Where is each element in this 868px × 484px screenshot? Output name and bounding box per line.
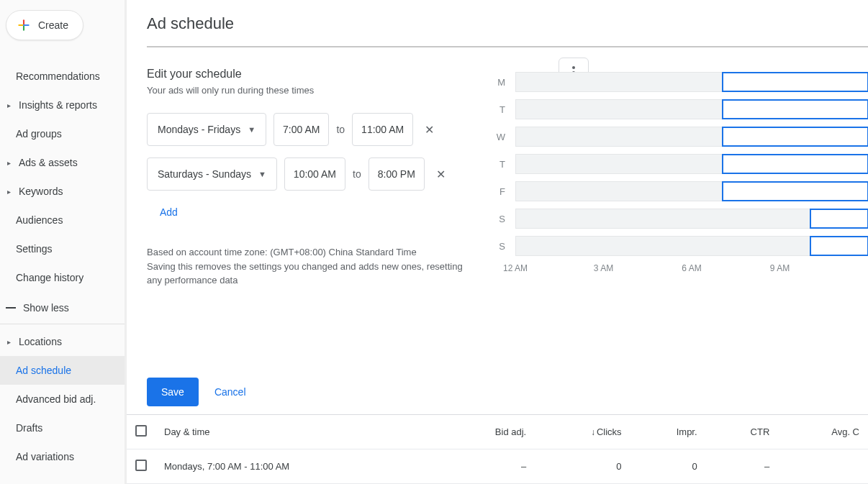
chevron-down-icon: ▼ [258,170,266,178]
cal-fill [722,181,868,201]
col-bidadj[interactable]: Bid adj. [438,415,535,449]
cal-fill [722,127,868,147]
cal-day-row: W [492,127,868,147]
cal-day-bar [515,236,868,256]
cal-day-label: F [492,186,505,197]
axis-tick: 9 AM [770,263,790,273]
sidebar-item-keywords[interactable]: ▸Keywords [0,177,125,206]
create-label: Create [38,19,68,31]
cal-day-row: S [492,236,868,256]
caret-icon: ▸ [7,338,13,346]
sidebar-item-audiences[interactable]: Audiences [0,206,125,234]
sidebar-item-insights[interactable]: ▸Insights & reports [0,91,125,119]
select-all-checkbox[interactable] [135,425,147,437]
save-button[interactable]: Save [147,378,199,406]
days-select[interactable]: Saturdays - Sundays ▼ [147,157,277,191]
caret-icon: ▸ [7,101,13,109]
edit-subtitle: Your ads will only run during these time… [147,85,464,96]
cal-day-label: M [492,77,505,88]
time-axis: 12 AM3 AM6 AM9 AM [492,263,845,275]
cal-day-bar [515,127,868,147]
cal-day-row: F [492,181,868,201]
create-button[interactable]: Create [6,10,83,40]
cal-day-bar [515,154,868,174]
remove-row-button[interactable]: ✕ [420,120,438,140]
edit-title: Edit your schedule [147,68,464,81]
cancel-button[interactable]: Cancel [214,386,246,398]
sidebar-item-advariations[interactable]: Ad variations [0,442,125,471]
sidebar: Create Recommendations ▸Insights & repor… [0,0,127,484]
cal-fill [722,99,868,119]
axis-tick: 3 AM [594,263,613,273]
nav-group-1: Recommendations ▸Insights & reports Ad g… [0,62,125,292]
start-time-input[interactable]: 10:00 AM [284,157,345,191]
show-less-toggle[interactable]: Show less [0,292,125,324]
sort-desc-icon: ↓ [591,427,595,437]
timezone-note: Based on account time zone: (GMT+08:00) … [147,245,464,288]
schedule-row: Mondays - Fridays ▼ 7:00 AM to 11:00 AM … [147,113,464,146]
end-time-input[interactable]: 11:00 AM [352,113,413,146]
cal-fill [810,236,868,256]
plus-icon [17,18,31,32]
sidebar-item-changehistory[interactable]: Change history [0,263,125,292]
sidebar-item-drafts[interactable]: Drafts [0,414,125,442]
cal-day-label: T [492,159,505,170]
results-table: Day & time Bid adj. ↓Clicks Impr. CTR Av… [127,414,868,484]
sidebar-item-recommendations[interactable]: Recommendations [0,62,125,91]
end-time-input[interactable]: 8:00 PM [369,157,425,191]
sidebar-item-advancedbid[interactable]: Advanced bid adj. [0,385,125,414]
cal-day-label: S [492,214,505,224]
sidebar-item-adsassets[interactable]: ▸Ads & assets [0,148,125,177]
cal-day-bar [515,209,868,229]
caret-icon: ▸ [7,188,13,196]
col-ctr[interactable]: CTR [706,415,779,449]
cal-day-label: S [492,241,505,252]
add-schedule-button[interactable]: Add [147,202,178,218]
cal-fill [810,209,868,229]
remove-row-button[interactable]: ✕ [432,165,450,184]
cal-day-bar [515,72,868,92]
edit-panel: Edit your schedule Your ads will only ru… [147,68,464,288]
days-select[interactable]: Mondays - Fridays ▼ [147,113,266,146]
schedule-preview: MTWTFSS 12 AM3 AM6 AM9 AM [492,68,868,288]
axis-tick: 6 AM [682,263,701,273]
sidebar-item-adschedule[interactable]: Ad schedule [0,356,125,385]
col-avg[interactable]: Avg. C [778,415,868,449]
to-label: to [336,124,345,135]
chevron-down-icon: ▼ [248,125,256,134]
sidebar-item-locations[interactable]: ▸Locations [0,327,125,356]
cal-fill [722,154,868,174]
row-checkbox[interactable] [135,460,147,471]
table-row[interactable]: Mondays, 7:00 AM - 11:00 AM – 0 0 – [127,449,868,484]
page-title: Ad schedule [147,0,868,47]
cal-day-label: W [492,132,505,142]
sidebar-item-adgroups[interactable]: Ad groups [0,119,125,148]
cal-fill [722,72,868,92]
main-content: Ad schedule Edit your schedule Your ads … [127,0,868,484]
schedule-row: Saturdays - Sundays ▼ 10:00 AM to 8:00 P… [147,157,464,191]
col-impr[interactable]: Impr. [630,415,706,449]
start-time-input[interactable]: 7:00 AM [273,113,329,146]
cal-day-row: T [492,154,868,174]
nav-group-2: ▸Locations Ad schedule Advanced bid adj.… [0,327,125,471]
col-clicks[interactable]: ↓Clicks [535,415,630,449]
cal-day-bar [515,181,868,201]
cal-day-row: M [492,72,868,92]
cal-day-row: T [492,99,868,119]
axis-tick: 12 AM [503,263,528,273]
cal-day-label: T [492,104,505,115]
cal-day-bar [515,99,868,119]
col-daytime[interactable]: Day & time [155,415,438,449]
caret-icon: ▸ [7,159,13,167]
cal-day-row: S [492,209,868,229]
minus-icon [6,307,16,309]
to-label: to [353,168,361,180]
sidebar-item-settings[interactable]: Settings [0,234,125,263]
